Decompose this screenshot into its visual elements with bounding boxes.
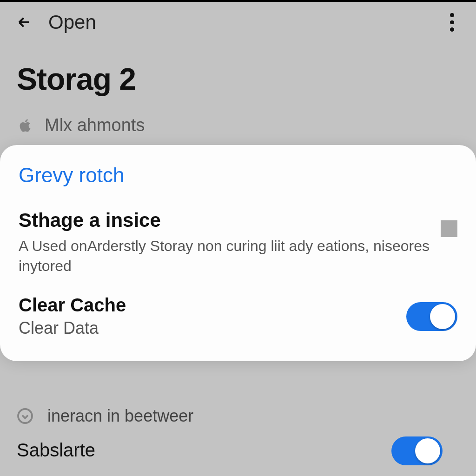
setting-secondary-label: A Used onArderstly Storay non curing lii… — [19, 236, 431, 276]
list-item[interactable]: Mlx ahmonts — [0, 106, 476, 145]
toggle-switch[interactable] — [406, 302, 457, 331]
setting-primary-label: Sthage a insice — [19, 209, 431, 231]
more-vert-icon — [450, 13, 454, 17]
setting-row-clear-cache[interactable]: Clear Cache Clear Data — [19, 295, 457, 338]
app-icon — [17, 117, 33, 134]
checkbox[interactable] — [441, 220, 457, 237]
more-options-button[interactable] — [443, 13, 461, 32]
page-title: Storag 2 — [0, 43, 476, 106]
chevron-down-icon — [17, 408, 33, 424]
toolbar: Open — [0, 2, 476, 43]
setting-secondary-label: Clear Data — [19, 318, 126, 338]
back-arrow-icon — [17, 15, 32, 30]
list-item-label: ineracn in beetweer — [47, 406, 193, 426]
svg-point-0 — [18, 409, 32, 423]
list-item-label: Mlx ahmonts — [45, 115, 145, 135]
toggle-switch[interactable] — [391, 436, 443, 465]
toggle-knob — [415, 438, 440, 463]
setting-primary-label: Clear Cache — [19, 295, 126, 316]
bottom-sheet: Grevy rotch Sthage a insice A Used onArd… — [0, 145, 476, 361]
toggle-knob — [430, 304, 455, 329]
list-item[interactable]: ineracn in beetweer — [17, 406, 459, 426]
back-button[interactable] — [15, 13, 33, 32]
below-content: ineracn in beetweer Sabslarte — [0, 406, 476, 463]
sheet-title: Grevy rotch — [19, 164, 457, 187]
setting-row-storage[interactable]: Sthage a insice A Used onArderstly Stora… — [19, 209, 457, 276]
toolbar-title: Open — [48, 11, 428, 33]
